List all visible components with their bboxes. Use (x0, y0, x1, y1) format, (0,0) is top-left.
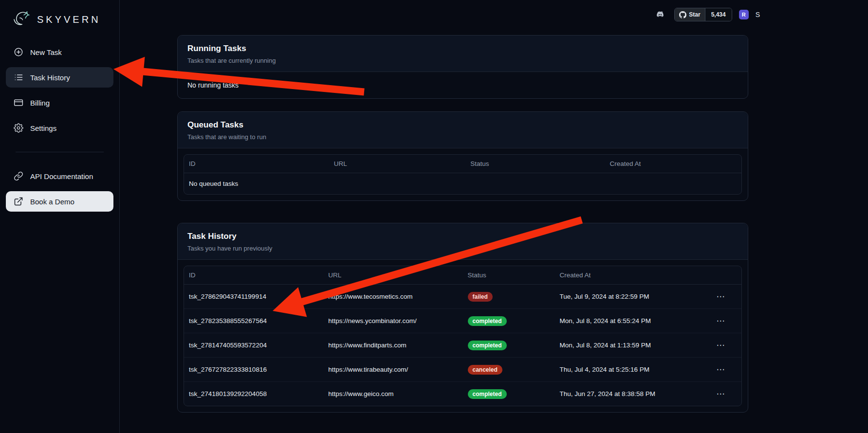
brand-logo[interactable]: SKYVERN (0, 7, 119, 42)
sidebar-item-new-task[interactable]: New Task (6, 42, 113, 62)
task-history-rows: tsk_278629043741199914https://www.tecosm… (184, 285, 741, 406)
task-history-header: Task History Tasks you have run previous… (178, 223, 748, 260)
task-created-cell: Mon, Jul 8, 2024 at 1:13:59 PM (554, 333, 700, 358)
task-actions-cell: ⋯ (700, 309, 741, 333)
sidebar-item-api-documentation[interactable]: API Documentation (6, 166, 113, 186)
column-header-status: Status (465, 155, 605, 173)
column-header-created-at: Created At (554, 266, 700, 285)
running-tasks-header: Running Tasks Tasks that are currently r… (178, 36, 748, 72)
task-status-cell: completed (463, 333, 555, 358)
running-tasks-empty: No running tasks (178, 72, 748, 98)
github-icon (679, 11, 686, 18)
column-header-created-at: Created At (605, 155, 741, 173)
task-row[interactable]: tsk_278629043741199914https://www.tecosm… (184, 285, 741, 309)
card-title: Queued Tasks (187, 120, 738, 130)
sidebar-item-label: Settings (30, 124, 56, 132)
row-actions-button[interactable]: ⋯ (714, 340, 728, 350)
row-actions-button[interactable]: ⋯ (714, 291, 728, 302)
link-icon (14, 171, 23, 181)
github-star-button[interactable]: Star (675, 8, 704, 21)
column-header-url: URL (323, 266, 462, 285)
task-row[interactable]: tsk_274180139292204058https://www.geico.… (184, 382, 741, 406)
external-link-icon (14, 197, 23, 206)
user-name-partial: S (756, 11, 760, 18)
card-subtitle: Tasks that are waiting to run (187, 133, 738, 141)
task-row[interactable]: tsk_276727822333810816https://www.tirabe… (184, 358, 741, 382)
column-header-id: ID (184, 155, 329, 173)
task-actions-cell: ⋯ (700, 333, 741, 358)
task-url-cell: https://www.tirabeauty.com/ (323, 358, 462, 382)
topbar: Star 5,434 R S (120, 0, 868, 29)
column-header-actions (700, 266, 741, 285)
sidebar-nav: New Task Task History Billing Settings (0, 42, 119, 212)
task-id-cell: tsk_276727822333810816 (184, 358, 323, 382)
sidebar-item-label: Billing (30, 99, 50, 107)
plus-circle-icon (14, 47, 23, 57)
task-status-cell: canceled (463, 358, 555, 382)
task-url-cell: https://www.geico.com (323, 382, 462, 406)
row-actions-button[interactable]: ⋯ (714, 389, 728, 399)
skyvern-dragon-icon (11, 10, 32, 29)
queued-tasks-card: Queued Tasks Tasks that are waiting to r… (177, 111, 748, 201)
status-badge: completed (468, 389, 507, 399)
task-created-cell: Tue, Jul 9, 2024 at 8:22:59 PM (554, 285, 700, 309)
sidebar-item-task-history[interactable]: Task History (6, 67, 113, 88)
task-id-cell: tsk_278629043741199914 (184, 285, 323, 309)
task-url-cell: https://news.ycombinator.com/ (323, 309, 462, 333)
status-badge: canceled (468, 365, 502, 375)
discord-icon[interactable] (654, 9, 667, 20)
status-badge: completed (468, 316, 507, 326)
task-status-cell: failed (463, 285, 555, 309)
sidebar-item-label: Task History (30, 73, 70, 82)
status-badge: completed (468, 341, 507, 350)
sidebar-item-book-a-demo[interactable]: Book a Demo (6, 191, 113, 212)
main-area: Star 5,434 R S Running Tasks Tasks that … (120, 0, 868, 433)
column-header-status: Status (463, 266, 555, 285)
task-url-cell: https://www.tecosmetics.com (323, 285, 462, 309)
task-row[interactable]: tsk_278235388555267564https://news.ycomb… (184, 309, 741, 333)
task-history-card: Task History Tasks you have run previous… (177, 223, 748, 413)
credit-card-icon (14, 98, 23, 108)
task-created-cell: Thu, Jun 27, 2024 at 8:38:58 PM (554, 382, 700, 406)
gear-icon (14, 123, 23, 133)
sidebar-item-label: API Documentation (30, 172, 93, 180)
user-avatar[interactable]: R (739, 10, 749, 19)
content-column: Running Tasks Tasks that are currently r… (177, 29, 748, 413)
row-actions-button[interactable]: ⋯ (714, 364, 728, 375)
empty-row: No queued tasks (184, 173, 741, 195)
task-id-cell: tsk_278235388555267564 (184, 309, 323, 333)
card-subtitle: Tasks that are currently running (187, 57, 738, 64)
card-title: Running Tasks (187, 44, 738, 54)
task-actions-cell: ⋯ (700, 285, 741, 309)
sidebar-item-billing[interactable]: Billing (6, 92, 113, 113)
sidebar: SKYVERN New Task Task History Billing (0, 0, 120, 433)
queued-tasks-table: ID URL Status Created At No queued tasks (184, 154, 742, 195)
task-history-table: ID URL Status Created At tsk_27862904374… (184, 266, 742, 406)
task-created-cell: Thu, Jul 4, 2024 at 5:25:16 PM (554, 358, 700, 382)
sidebar-item-label: New Task (30, 48, 62, 56)
github-star-count[interactable]: 5,434 (705, 8, 732, 21)
github-star-widget[interactable]: Star 5,434 (674, 8, 732, 21)
card-title: Task History (187, 232, 738, 241)
task-id-cell: tsk_278147405593572204 (184, 333, 323, 358)
task-status-cell: completed (463, 382, 555, 406)
sidebar-item-label: Book a Demo (30, 198, 74, 206)
status-badge: failed (468, 292, 493, 302)
task-status-cell: completed (463, 309, 555, 333)
sidebar-item-settings[interactable]: Settings (6, 118, 113, 138)
column-header-url: URL (329, 155, 466, 173)
card-subtitle: Tasks you have run previously (187, 245, 738, 252)
task-id-cell: tsk_274180139292204058 (184, 382, 323, 406)
list-icon (14, 72, 23, 82)
running-tasks-card: Running Tasks Tasks that are currently r… (177, 35, 748, 99)
task-row[interactable]: tsk_278147405593572204https://www.findit… (184, 333, 741, 358)
task-created-cell: Mon, Jul 8, 2024 at 6:55:24 PM (554, 309, 700, 333)
queued-tasks-empty: No queued tasks (184, 173, 741, 195)
task-actions-cell: ⋯ (700, 382, 741, 406)
column-header-id: ID (184, 266, 323, 285)
brand-name: SKYVERN (37, 14, 101, 25)
queued-tasks-header: Queued Tasks Tasks that are waiting to r… (178, 112, 748, 148)
row-actions-button[interactable]: ⋯ (714, 316, 728, 326)
task-url-cell: https://www.finditparts.com (323, 333, 462, 358)
github-star-label: Star (689, 11, 700, 18)
